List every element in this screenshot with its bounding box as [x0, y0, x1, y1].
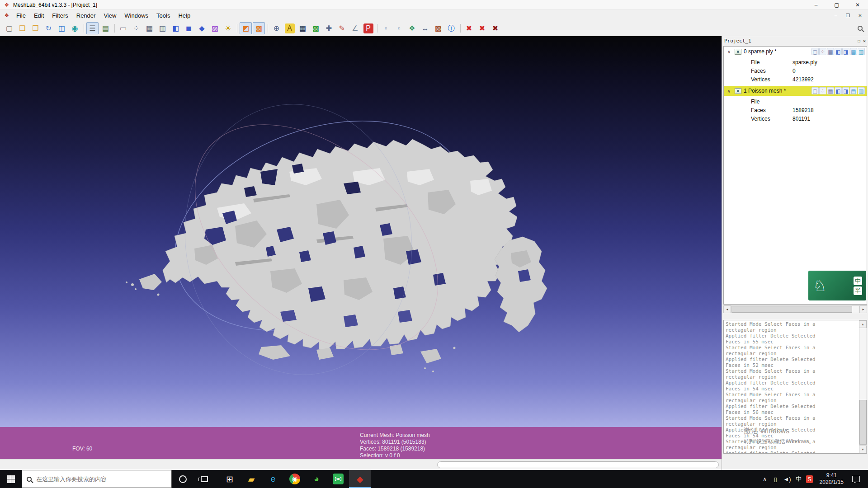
foxmail-icon[interactable]: ✉ — [327, 470, 349, 488]
select-vertices-icon[interactable]: ▫ — [380, 22, 392, 34]
log-panel[interactable]: Started Mode Select Faces in a rectagula… — [723, 320, 867, 454]
layer-render-wire-icon[interactable]: ▦ — [827, 87, 834, 94]
flat-render-icon[interactable]: ◼ — [183, 22, 195, 34]
info-icon[interactable]: ⓘ — [445, 22, 458, 34]
flatlines-render-icon[interactable]: ◧ — [170, 22, 182, 34]
task-view-button[interactable] — [193, 470, 215, 488]
menu-filters[interactable]: Filters — [48, 10, 72, 21]
taskbar-clock[interactable]: 9:41 2020/1/15 — [816, 472, 847, 486]
reload-icon[interactable]: ↻ — [42, 22, 55, 34]
tray-device-icon[interactable]: ▯ — [770, 470, 781, 488]
new-project-icon[interactable]: ▢ — [3, 22, 15, 34]
zpainting-icon[interactable]: ✎ — [336, 22, 348, 34]
menu-view[interactable]: View — [99, 10, 120, 21]
scroll-right-icon[interactable]: ▸ — [859, 305, 867, 313]
layer-row[interactable]: ∨ 0 sparse.ply * ▢⁘▦◧◨▤▥ — [724, 47, 867, 56]
layer-render-color-icon[interactable]: ▥ — [858, 87, 865, 94]
mdi-child-icon[interactable]: ❖ — [3, 12, 11, 19]
minimize-button[interactable]: – — [806, 0, 826, 9]
close-button[interactable]: ✕ — [847, 0, 868, 9]
sogou-icon[interactable]: S — [804, 470, 815, 488]
layers-panel-icon[interactable]: ☰ — [86, 22, 99, 34]
trackball-icon[interactable]: ⊕ — [270, 22, 283, 34]
layer-render-points-icon[interactable]: ⁘ — [819, 48, 826, 55]
layer-render-texture-icon[interactable]: ▤ — [850, 48, 857, 55]
axes-icon[interactable]: ✚ — [323, 22, 335, 34]
ms-store-icon[interactable]: ⊞ — [219, 470, 241, 488]
layer-render-color-icon[interactable]: ▥ — [858, 48, 865, 55]
search-input[interactable] — [36, 476, 154, 483]
layer-render-texture-icon[interactable]: ▤ — [850, 87, 857, 94]
layer-render-smooth-icon[interactable]: ◨ — [842, 87, 849, 94]
show-labels-icon[interactable]: A — [283, 22, 296, 34]
toolbar-search-icon[interactable] — [858, 26, 863, 31]
start-button[interactable] — [0, 470, 22, 488]
delete-raster-icon[interactable]: ✖ — [476, 22, 488, 34]
mesh-canvas[interactable] — [0, 36, 722, 427]
vscroll-thumb[interactable] — [859, 400, 867, 445]
panel-close-icon[interactable]: ✕ — [863, 38, 866, 43]
texture-params-icon[interactable]: ▩ — [310, 22, 322, 34]
taskbar-search[interactable] — [22, 470, 172, 488]
erase-faces-icon[interactable]: ▩ — [432, 22, 444, 34]
mdi-minimize-button[interactable]: – — [830, 11, 842, 20]
layer-render-bbox-icon[interactable]: ▢ — [811, 48, 819, 55]
wechat-icon[interactable]: ◕ — [306, 470, 327, 488]
snapshot-icon[interactable]: ◉ — [69, 22, 81, 34]
raster-panel-icon[interactable]: ▤ — [99, 22, 112, 34]
cortana-button[interactable] — [172, 470, 193, 488]
delete-all-icon[interactable]: ✖ — [489, 22, 501, 34]
light-toggle-icon[interactable]: ☀ — [222, 22, 234, 34]
ime-indicator[interactable]: 中 — [793, 470, 804, 488]
mdi-close-button[interactable]: ✕ — [854, 11, 866, 20]
wireframe-render-icon[interactable]: ▦ — [143, 22, 156, 34]
select-faces-icon[interactable]: ▫ — [393, 22, 405, 34]
visibility-toggle-icon[interactable] — [735, 49, 741, 55]
scroll-left-icon[interactable]: ◂ — [723, 305, 731, 313]
mdi-restore-button[interactable]: ❐ — [842, 11, 854, 20]
chevron-down-icon[interactable]: ∨ — [727, 89, 734, 94]
layers-hscrollbar[interactable]: ◂ ▸ — [723, 305, 867, 313]
tray-expand-icon[interactable]: ∧ — [759, 470, 770, 488]
pickpoints-icon[interactable]: P — [362, 22, 374, 34]
open-project-icon[interactable]: ❏ — [16, 22, 28, 34]
import-mesh-icon[interactable]: ❐ — [29, 22, 42, 34]
texture-render-icon[interactable]: ▨ — [209, 22, 221, 34]
layer-render-flat-icon[interactable]: ◧ — [835, 87, 842, 94]
log-vscrollbar[interactable]: ▴ ▾ — [859, 320, 867, 453]
scroll-up-icon[interactable]: ▴ — [859, 320, 867, 328]
layers-tree[interactable]: ∨ 0 sparse.ply * ▢⁘▦◧◨▤▥ File sparse.ply — [723, 46, 867, 305]
bbox-render-icon[interactable]: ▭ — [117, 22, 129, 34]
project-panel-header[interactable]: Project_1 ❐ ✕ — [722, 36, 868, 46]
menu-help[interactable]: Help — [174, 10, 194, 21]
chrome-icon[interactable]: ◉ — [284, 470, 306, 488]
smooth-render-icon[interactable]: ◆ — [196, 22, 208, 34]
action-center-button[interactable] — [848, 470, 863, 488]
layer-render-flat-icon[interactable]: ◧ — [835, 48, 842, 55]
menu-tools[interactable]: Tools — [152, 10, 174, 21]
menu-render[interactable]: Render — [72, 10, 100, 21]
select-faces-rect-icon[interactable]: ▩ — [253, 22, 265, 34]
menu-edit[interactable]: Edit — [30, 10, 48, 21]
meshlab-task-icon[interactable]: ◆ — [349, 470, 371, 488]
3d-viewport[interactable]: FOV: 60 FPS: 19.7 Current Mesh: Poisson … — [0, 36, 722, 459]
hiddenlines-render-icon[interactable]: ▥ — [156, 22, 169, 34]
save-project-icon[interactable]: ◫ — [56, 22, 68, 34]
layer-row[interactable]: ∨ 1 Poisson mesh * ▢⁘▦◧◨▤▥ — [724, 86, 867, 96]
menu-file[interactable]: File — [12, 10, 30, 21]
tray-volume-icon[interactable]: ◄) — [781, 470, 793, 488]
file-explorer-icon[interactable]: ▰ — [241, 470, 262, 488]
select-connected-icon[interactable]: ❖ — [406, 22, 418, 34]
scroll-down-icon[interactable]: ▾ — [859, 446, 867, 453]
visibility-toggle-icon[interactable] — [735, 88, 741, 94]
layer-render-wire-icon[interactable]: ▦ — [827, 48, 834, 55]
panel-float-icon[interactable]: ❐ — [858, 38, 860, 43]
edge-icon[interactable]: e — [262, 470, 284, 488]
layer-render-bbox-icon[interactable]: ▢ — [811, 87, 819, 94]
menu-windows[interactable]: Windows — [120, 10, 152, 21]
points-render-icon[interactable]: ⁘ — [130, 22, 142, 34]
hscroll-thumb[interactable] — [731, 306, 852, 313]
layer-render-points-icon[interactable]: ⁘ — [819, 87, 826, 94]
measure-icon[interactable]: ∠ — [349, 22, 361, 34]
edit-selection-icon[interactable]: ◩ — [240, 22, 252, 34]
